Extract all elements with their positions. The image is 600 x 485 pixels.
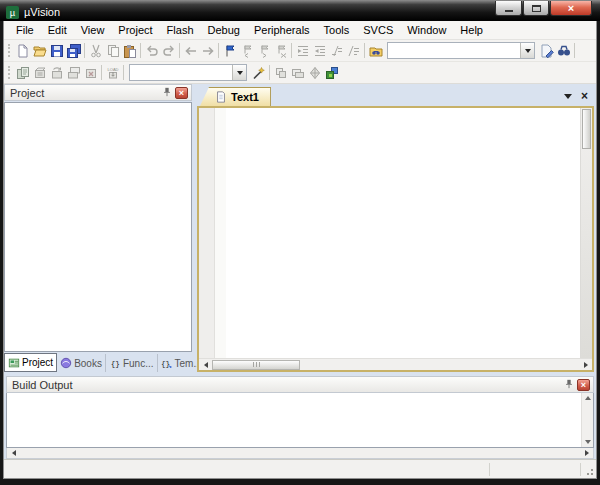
toolbar-separator <box>364 43 365 58</box>
menu-bar: FileEditViewProjectFlashDebugPeripherals… <box>4 21 596 40</box>
panel-tab-label: Project <box>22 357 53 368</box>
translate-button[interactable] <box>14 63 31 82</box>
panel-tab-project[interactable]: Project <box>4 353 57 372</box>
find-button[interactable] <box>555 41 572 60</box>
scroll-right-button[interactable] <box>579 359 592 371</box>
chevron-down-icon <box>525 49 531 53</box>
save-all-icon <box>67 44 81 58</box>
workspace: Project × ProjectBooks{}Func...{}Tem... … <box>4 84 596 376</box>
copy-button <box>104 41 121 60</box>
target-combo <box>129 64 247 81</box>
build-output-horizontal-scrollbar[interactable] <box>6 448 594 459</box>
maximize-button[interactable] <box>523 1 549 16</box>
redo-icon <box>162 44 176 58</box>
resize-grip[interactable] <box>581 463 594 476</box>
target-combo-input[interactable] <box>130 65 232 80</box>
comment-button <box>328 41 345 60</box>
file-extensions-icon <box>274 66 288 80</box>
find-combo-dropdown-button[interactable] <box>520 43 534 58</box>
download-icon: LOAD <box>106 66 120 80</box>
menu-item-tools[interactable]: Tools <box>317 22 357 38</box>
comment-icon <box>330 44 344 58</box>
close-button[interactable]: × <box>550 1 592 16</box>
find-in-files-button[interactable] <box>367 41 384 60</box>
menu-item-file[interactable]: File <box>9 22 41 38</box>
menu-item-flash[interactable]: Flash <box>160 22 201 38</box>
previous-bookmark-button <box>238 41 255 60</box>
incremental-find-icon <box>540 44 554 58</box>
arrow-left-icon <box>12 450 16 456</box>
new-file-button[interactable] <box>14 41 31 60</box>
project-panel-tabs: ProjectBooks{}Func...{}Tem... <box>4 352 192 372</box>
build-output-text[interactable] <box>7 393 581 447</box>
title-bar[interactable]: µ µVision × <box>0 0 600 21</box>
build-output-pin-button[interactable] <box>562 378 575 391</box>
build-output-title: Build Output <box>12 379 73 391</box>
project-windows-button <box>289 63 306 82</box>
menu-item-debug[interactable]: Debug <box>201 22 247 38</box>
options-for-target-button[interactable] <box>250 63 267 82</box>
find-combo-input[interactable] <box>388 43 520 58</box>
target-combo-dropdown-button[interactable] <box>232 65 246 80</box>
status-cell <box>489 463 581 476</box>
build-output-close-button[interactable]: × <box>577 379 590 391</box>
save-icon <box>50 44 64 58</box>
arrow-up-icon[interactable] <box>585 396 591 400</box>
minimize-button[interactable] <box>495 1 522 16</box>
editor-window <box>197 106 594 372</box>
editor-text-area[interactable] <box>226 108 580 358</box>
build-output-vertical-scrollbar[interactable] <box>581 393 593 447</box>
previous-bookmark-icon <box>240 44 254 58</box>
editor-vertical-scrollbar[interactable] <box>580 108 592 358</box>
vertical-scroll-thumb[interactable] <box>582 109 591 149</box>
open-file-button[interactable] <box>31 41 48 60</box>
pin-icon <box>564 379 574 391</box>
build-output-content <box>6 393 594 448</box>
menu-item-window[interactable]: Window <box>400 22 453 38</box>
scroll-right-button[interactable] <box>580 447 593 459</box>
panel-tab-books[interactable]: Books <box>57 354 106 372</box>
menu-item-edit[interactable]: Edit <box>41 22 74 38</box>
document-close-icon[interactable]: × <box>581 91 588 101</box>
menu-item-svcs[interactable]: SVCS <box>356 22 400 38</box>
menu-item-project[interactable]: Project <box>111 22 159 38</box>
editor-body <box>199 108 592 358</box>
redo-button <box>160 41 177 60</box>
arrow-left-icon <box>204 362 208 368</box>
toolbar-separator <box>269 65 270 80</box>
clear-bookmarks-icon <box>274 44 288 58</box>
document-icon <box>215 91 227 103</box>
build-output-header: Build Output × <box>6 376 594 393</box>
save-all-button[interactable] <box>65 41 82 60</box>
find-combo <box>387 42 535 59</box>
rebuild-button <box>48 63 65 82</box>
panel-tab-label: Func... <box>123 358 154 369</box>
paste-icon <box>123 44 137 58</box>
menu-item-help[interactable]: Help <box>453 22 490 38</box>
editor-horizontal-scrollbar[interactable] <box>199 358 592 370</box>
scroll-left-button[interactable] <box>7 447 20 459</box>
unindent-button <box>311 41 328 60</box>
document-list-dropdown-icon[interactable] <box>564 94 572 99</box>
project-tree[interactable] <box>4 102 192 352</box>
manage-run-time-environment-icon <box>325 66 339 80</box>
paste-button[interactable] <box>121 41 138 60</box>
document-tab-text1[interactable]: Text1 <box>200 87 271 106</box>
arrow-down-icon[interactable] <box>585 440 591 444</box>
save-button[interactable] <box>48 41 65 60</box>
horizontal-scroll-thumb[interactable] <box>212 360 300 370</box>
scroll-left-button[interactable] <box>199 359 212 371</box>
arrow-right-icon <box>585 450 589 456</box>
project-panel-close-button[interactable]: × <box>175 87 188 99</box>
download-button: LOAD <box>104 63 121 82</box>
navigate-forward-button <box>199 41 216 60</box>
books-icon <box>60 357 72 369</box>
menu-item-view[interactable]: View <box>74 22 112 38</box>
svg-text:{}: {} <box>161 360 170 368</box>
panel-tab-func[interactable]: {}Func... <box>106 354 158 372</box>
menu-item-peripherals[interactable]: Peripherals <box>247 22 317 38</box>
insert-bookmark-button[interactable] <box>221 41 238 60</box>
manage-run-time-environment-button[interactable] <box>323 63 340 82</box>
incremental-find-button[interactable] <box>538 41 555 60</box>
project-pin-button[interactable] <box>160 86 173 99</box>
